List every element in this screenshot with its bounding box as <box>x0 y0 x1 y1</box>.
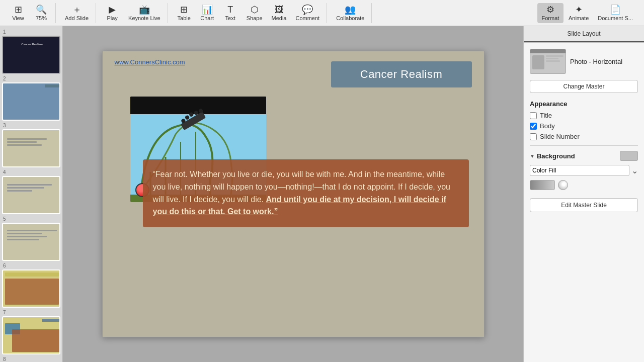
body-checkbox-row: Body <box>530 122 638 130</box>
add-slide-icon: ＋ <box>72 5 82 14</box>
chart-label: Chart <box>200 15 214 21</box>
collaborate-icon: 👥 <box>345 5 356 14</box>
layout-thumb-image <box>530 49 566 74</box>
slide-thumb-2[interactable]: 2 <box>2 76 60 121</box>
collaborate-label: Collaborate <box>336 15 364 21</box>
media-icon: 🖼 <box>275 5 284 14</box>
chart-icon: 📊 <box>202 5 213 14</box>
table-label: Table <box>178 15 191 21</box>
table-icon: ⊞ <box>180 5 188 14</box>
play-label: Play <box>107 15 117 21</box>
animate-icon: ✦ <box>575 5 583 14</box>
view-group: ⊞ View 🔍 75% <box>4 3 56 23</box>
slide-number-checkbox[interactable] <box>530 133 537 140</box>
animate-label: Animate <box>569 15 589 21</box>
media-label: Media <box>272 15 287 21</box>
view-icon: ⊞ <box>15 5 22 14</box>
title-checkbox[interactable] <box>530 112 537 119</box>
comment-label: Comment <box>295 15 319 21</box>
slide-number-checkbox-row: Slide Number <box>530 133 638 140</box>
background-label: ▼ Background <box>530 152 575 160</box>
document-label: Document S... <box>598 15 633 21</box>
keynote-live-icon: 📺 <box>139 5 150 14</box>
media-button[interactable]: 🖼 Media <box>268 3 291 23</box>
edit-master-slide-button[interactable]: Edit Master Slide <box>530 198 638 212</box>
color-fill-chevron-icon[interactable]: ⌄ <box>631 166 638 175</box>
slide-thumb-3[interactable]: 3 <box>2 123 60 167</box>
body-checkbox[interactable] <box>530 123 537 130</box>
format-icon: ⚙ <box>546 5 554 14</box>
table-button[interactable]: ⊞ Table <box>173 3 195 23</box>
format-label: Format <box>542 15 559 21</box>
add-slide-button[interactable]: ＋ Add Slide <box>61 3 93 23</box>
collaborate-group: 👥 Collaborate <box>329 3 372 23</box>
collaborate-button[interactable]: 👥 Collaborate <box>332 3 368 23</box>
text-button[interactable]: T Text <box>219 3 242 23</box>
slide-thumb-7[interactable]: 7 <box>2 310 60 354</box>
shape-label: Shape <box>247 15 263 21</box>
background-text: Background <box>537 152 575 160</box>
slide-thumb-5[interactable]: 5 <box>2 216 60 261</box>
svg-rect-0 <box>130 97 266 114</box>
animate-button[interactable]: ✦ Animate <box>565 3 593 23</box>
slide-thumb-8[interactable]: 8 <box>2 356 60 362</box>
gradient-swatch[interactable] <box>530 180 555 190</box>
slide-thumb-4[interactable]: 4 <box>2 169 60 214</box>
color-fill-select[interactable]: Color Fill <box>530 165 629 176</box>
slide-thumb-1[interactable]: 1 Cancer Realism <box>2 29 60 74</box>
collapse-arrow-icon[interactable]: ▼ <box>530 153 535 159</box>
main-area: 1 Cancer Realism 2 3 <box>0 26 644 362</box>
document-button[interactable]: 📄 Document S... <box>594 3 637 23</box>
zoom-icon: 🔍 <box>36 5 47 14</box>
chart-button[interactable]: 📊 Chart <box>196 3 218 23</box>
right-tabs: Slide Layout <box>524 26 644 43</box>
view-button[interactable]: ⊞ View <box>7 3 29 23</box>
slide-panel[interactable]: 1 Cancer Realism 2 3 <box>0 26 63 362</box>
shape-button[interactable]: ⬡ Shape <box>243 3 267 23</box>
document-icon: 📄 <box>610 5 621 14</box>
quote-text: “Fear not. Whether you live or die, you … <box>153 170 451 216</box>
tab-slide-layout[interactable]: Slide Layout <box>524 26 644 42</box>
slide-canvas: www.ConnersClinic.com Cancer Realism <box>102 51 485 337</box>
toolbar: ⊞ View 🔍 75% ＋ Add Slide ▶ Play 📺 Keynot… <box>0 0 644 26</box>
title-checkbox-label: Title <box>540 112 552 119</box>
format-button[interactable]: ⚙ Format <box>537 3 564 23</box>
view-label: View <box>12 15 24 21</box>
keynote-live-button[interactable]: 📺 Keynote Live <box>124 3 165 23</box>
background-color-swatch[interactable] <box>620 151 638 161</box>
right-tools: ⚙ Format ✦ Animate 📄 Document S... <box>534 3 640 23</box>
zoom-button[interactable]: 🔍 75% <box>30 3 52 23</box>
slide-url[interactable]: www.ConnersClinic.com <box>115 58 185 66</box>
comment-icon: 💬 <box>302 5 313 14</box>
add-slide-group: ＋ Add Slide <box>58 3 96 23</box>
canvas-area[interactable]: www.ConnersClinic.com Cancer Realism <box>63 26 523 362</box>
color-fill-row: Color Fill ⌄ <box>530 165 638 176</box>
right-panel-content: Photo - Horizontal Change Master Appeara… <box>524 43 644 218</box>
comment-button[interactable]: 💬 Comment <box>291 3 324 23</box>
right-panel: Slide Layout Photo - Horizontal <box>523 26 644 362</box>
gradient-picker-button[interactable] <box>558 180 568 190</box>
background-row: ▼ Background <box>530 151 638 161</box>
appearance-title: Appearance <box>530 100 638 108</box>
body-checkbox-label: Body <box>540 122 555 130</box>
insert-group: ⊞ Table 📊 Chart T Text ⬡ Shape 🖼 Media 💬… <box>170 3 327 23</box>
play-button[interactable]: ▶ Play <box>101 3 123 23</box>
zoom-label: 75% <box>36 15 47 21</box>
slide-number-checkbox-label: Slide Number <box>540 133 580 140</box>
color-gradient-row <box>530 180 638 190</box>
text-icon: T <box>227 5 233 14</box>
slide-title: Cancer Realism <box>360 68 443 81</box>
layout-thumb: Photo - Horizontal <box>530 49 638 74</box>
add-slide-label: Add Slide <box>65 15 89 21</box>
play-group: ▶ Play 📺 Keynote Live <box>98 3 168 23</box>
slide-thumb-6[interactable]: 6 <box>2 263 60 308</box>
change-master-button[interactable]: Change Master <box>530 80 638 93</box>
shape-icon: ⬡ <box>251 5 259 14</box>
play-icon: ▶ <box>109 5 116 14</box>
quote-box: “Fear not. Whether you live or die, you … <box>143 159 469 227</box>
divider <box>530 145 638 146</box>
text-label: Text <box>225 15 235 21</box>
keynote-live-label: Keynote Live <box>128 15 160 21</box>
slide-title-box: Cancer Realism <box>331 61 472 87</box>
layout-name: Photo - Horizontal <box>570 58 622 65</box>
